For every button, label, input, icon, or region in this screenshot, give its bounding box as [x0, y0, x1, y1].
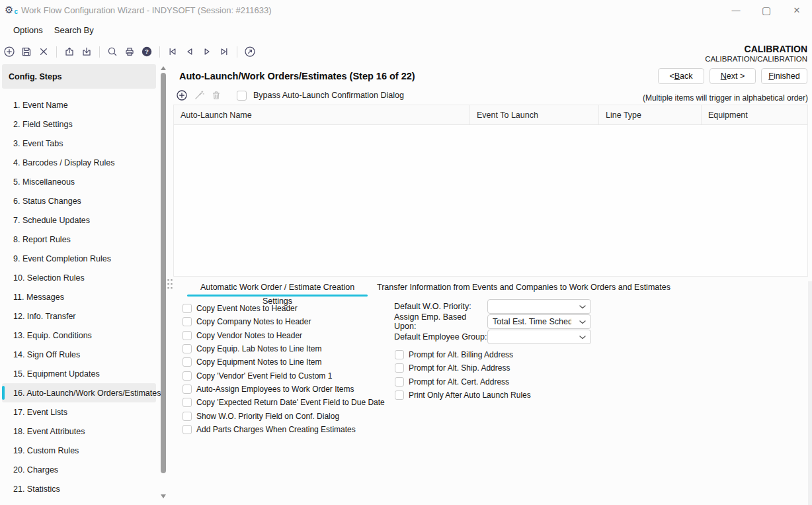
checkbox[interactable]	[395, 377, 404, 387]
splitter-handle[interactable]	[167, 278, 174, 289]
checkbox-row[interactable]: Auto-Assign Employees to Work Order Item…	[183, 383, 385, 396]
checkbox[interactable]	[183, 412, 192, 421]
column-header-line-type[interactable]: Line Type	[599, 105, 702, 124]
checkbox[interactable]	[395, 350, 404, 359]
app-logo-icon: ⚙c	[5, 4, 17, 16]
finished-button[interactable]: Finished	[761, 68, 807, 84]
checkbox[interactable]	[183, 331, 192, 340]
search-icon[interactable]	[106, 46, 118, 58]
checkbox-row[interactable]: Copy Equipment Notes to Line Item	[183, 355, 385, 369]
checkbox-row[interactable]: Copy Equip. Lab Notes to Line Item	[183, 342, 385, 355]
dropdown[interactable]: Total Est. Time Scheduled	[487, 314, 591, 329]
checkbox[interactable]	[183, 425, 192, 434]
back-button[interactable]: < Back	[658, 68, 704, 84]
checkbox-row[interactable]: Copy Company Notes to Header	[183, 315, 385, 328]
delete-icon[interactable]	[38, 46, 50, 58]
help-icon[interactable]: ?	[141, 46, 153, 58]
column-header-equipment[interactable]: Equipment	[702, 105, 807, 124]
checkbox-row[interactable]: Prompt for Alt. Billing Address	[395, 348, 531, 361]
checkbox[interactable]	[183, 304, 192, 313]
tab-automatic-creation-settings[interactable]: Automatic Work Order / Estimate Creation…	[187, 281, 368, 295]
sidebar-item-label: 18. Event Attributes	[13, 427, 85, 436]
menu-item[interactable]: Options	[12, 23, 44, 37]
sidebar-item-label: 3. Event Tabs	[13, 139, 63, 148]
bypass-checkbox-label: Bypass Auto-Launch Confirmation Dialog	[253, 91, 404, 100]
checkbox-row[interactable]: Show W.O. Priority Field on Conf. Dialog	[183, 409, 385, 422]
chevron-down-icon	[579, 305, 586, 309]
first-record-icon[interactable]	[167, 46, 179, 58]
sidebar-item[interactable]: 13. Equip. Conditions	[2, 326, 156, 345]
sidebar-item[interactable]: 8. Report Rules	[2, 230, 156, 249]
column-header-event-to-launch[interactable]: Event To Launch	[470, 105, 599, 124]
checkbox[interactable]	[395, 363, 404, 373]
column-header-auto-launch-name[interactable]: Auto-Launch Name	[174, 105, 470, 124]
sidebar-item[interactable]: 10. Selection Rules	[2, 268, 156, 287]
import-icon[interactable]	[81, 46, 93, 58]
sidebar-item[interactable]: 19. Custom Rules	[2, 441, 156, 460]
checkbox[interactable]	[183, 385, 192, 394]
export-icon[interactable]	[63, 46, 75, 58]
minimize-button[interactable]: —	[721, 0, 751, 20]
sidebar-item-label: 19. Custom Rules	[13, 446, 79, 455]
sidebar-scroll-up-icon[interactable]	[161, 66, 166, 70]
last-record-icon[interactable]	[218, 46, 230, 58]
context-subtitle: CALIBRATION/CALIBRATION	[658, 55, 807, 63]
checkbox[interactable]	[183, 317, 192, 326]
sidebar-item[interactable]: 1. Event Name	[2, 95, 156, 115]
checkbox-row[interactable]: Print Only After Auto Launch Rules	[395, 389, 531, 402]
edit-wand-icon[interactable]	[193, 89, 205, 101]
sidebar-item[interactable]: 4. Barcodes / Display Rules	[2, 153, 156, 172]
window-controls: — ▢ ✕	[721, 0, 812, 20]
menu-bar: Options Search By	[0, 21, 95, 40]
delete-auto-launch-icon[interactable]	[210, 89, 222, 101]
sidebar-item[interactable]: 17. Event Lists	[2, 402, 156, 422]
sidebar-item[interactable]: 7. Schedule Updates	[2, 210, 156, 230]
checkbox-row[interactable]: Prompt for Alt. Ship. Address	[395, 361, 531, 375]
sidebar-item-label: 15. Equipment Updates	[13, 369, 100, 379]
print-icon[interactable]	[124, 46, 136, 58]
sidebar-item[interactable]: 3. Event Tabs	[2, 134, 156, 153]
bypass-confirmation-checkbox[interactable]	[237, 91, 247, 101]
sidebar-item[interactable]: 9. Event Completion Rules	[2, 249, 156, 268]
sidebar-item[interactable]: 6. Status Changes	[2, 191, 156, 210]
checkbox[interactable]	[183, 357, 192, 367]
sidebar-scroll-down-icon[interactable]	[161, 494, 166, 498]
sidebar-item[interactable]: 11. Messages	[2, 287, 156, 306]
sidebar-item-label: 12. Info. Transfer	[13, 312, 76, 321]
add-icon[interactable]	[3, 46, 15, 58]
dropdown[interactable]	[487, 299, 591, 314]
maximize-button[interactable]: ▢	[751, 0, 782, 20]
checkbox[interactable]	[183, 398, 192, 407]
toolbar-separator	[56, 46, 57, 58]
checkbox-row[interactable]: Copy Vendor Notes to Header	[183, 329, 385, 342]
sidebar-item[interactable]: 5. Miscellaneous	[2, 172, 156, 191]
navigator-icon[interactable]	[244, 46, 256, 58]
checkbox[interactable]	[183, 371, 192, 381]
save-icon[interactable]	[20, 46, 32, 58]
sidebar-item[interactable]: 18. Event Attributes	[2, 422, 156, 441]
checkbox-row[interactable]: Prompt for Alt. Cert. Address	[395, 375, 531, 389]
menu-item[interactable]: Search By	[53, 23, 95, 37]
dropdown[interactable]	[487, 330, 591, 344]
sidebar-item[interactable]: 16. Auto-Launch/Work Orders/Estimates	[2, 383, 156, 402]
sidebar-item[interactable]: 21. Statistics	[2, 479, 156, 498]
checkbox-row[interactable]: Copy 'Expected Return Date' Event Field …	[183, 396, 385, 409]
previous-record-icon[interactable]	[184, 46, 196, 58]
checkbox-label: Copy Event Notes to Header	[196, 304, 298, 313]
sidebar-item[interactable]: 15. Equipment Updates	[2, 364, 156, 383]
sidebar-item[interactable]: 2. Field Settings	[2, 115, 156, 134]
checkbox-row[interactable]: Copy Event Notes to Header	[183, 302, 385, 315]
sidebar-scrollbar-thumb[interactable]	[161, 73, 166, 473]
next-record-icon[interactable]	[201, 46, 213, 58]
checkbox-row[interactable]: Add Parts Charges When Creating Estimate…	[183, 423, 385, 436]
tab-transfer-information[interactable]: Transfer Information from Events and Com…	[377, 281, 670, 295]
checkbox[interactable]	[183, 344, 192, 353]
sidebar-item[interactable]: 20. Charges	[2, 460, 156, 479]
add-auto-launch-icon[interactable]	[176, 89, 188, 101]
close-button[interactable]: ✕	[782, 0, 812, 20]
next-button[interactable]: Next >	[710, 68, 756, 84]
checkbox[interactable]	[395, 390, 404, 400]
sidebar-item[interactable]: 14. Sign Off Rules	[2, 345, 156, 364]
checkbox-row[interactable]: Copy 'Vendor' Event Field to Custom 1	[183, 369, 385, 382]
sidebar-item[interactable]: 12. Info. Transfer	[2, 306, 156, 326]
